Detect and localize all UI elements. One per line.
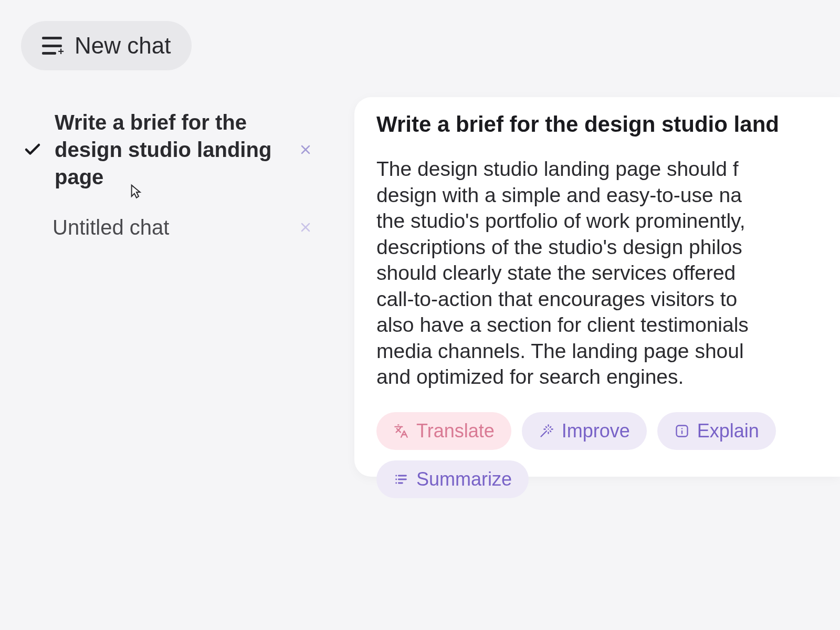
action-buttons: Translate Improve — [376, 412, 819, 498]
check-icon — [21, 138, 44, 161]
explain-label: Explain — [697, 420, 759, 442]
new-chat-label: New chat — [75, 33, 171, 59]
translate-label: Translate — [416, 420, 495, 442]
content-title: Write a brief for the design studio land — [376, 112, 819, 137]
menu-plus-icon: + — [42, 37, 62, 55]
improve-button[interactable]: Improve — [522, 412, 647, 450]
chat-list: Write a brief for the design studio land… — [21, 102, 315, 258]
translate-icon — [393, 423, 409, 439]
summarize-label: Summarize — [416, 468, 512, 490]
magic-wand-icon — [539, 423, 554, 439]
chat-item-active[interactable]: Write a brief for the design studio land… — [21, 102, 315, 197]
list-icon — [393, 471, 409, 487]
translate-button[interactable]: Translate — [376, 412, 511, 450]
close-icon[interactable] — [296, 218, 315, 237]
summarize-button[interactable]: Summarize — [376, 460, 529, 498]
chat-item-inactive[interactable]: Untitled chat — [21, 207, 315, 247]
improve-label: Improve — [562, 420, 630, 442]
new-chat-button[interactable]: + New chat — [21, 21, 192, 70]
chat-item-title: Write a brief for the design studio land… — [55, 109, 286, 191]
info-icon — [674, 423, 690, 439]
close-icon[interactable] — [296, 140, 315, 159]
chat-item-title: Untitled chat — [21, 214, 286, 241]
explain-button[interactable]: Explain — [657, 412, 776, 450]
content-body: The design studio landing page should f … — [376, 156, 819, 390]
content-panel: Write a brief for the design studio land… — [354, 97, 840, 477]
